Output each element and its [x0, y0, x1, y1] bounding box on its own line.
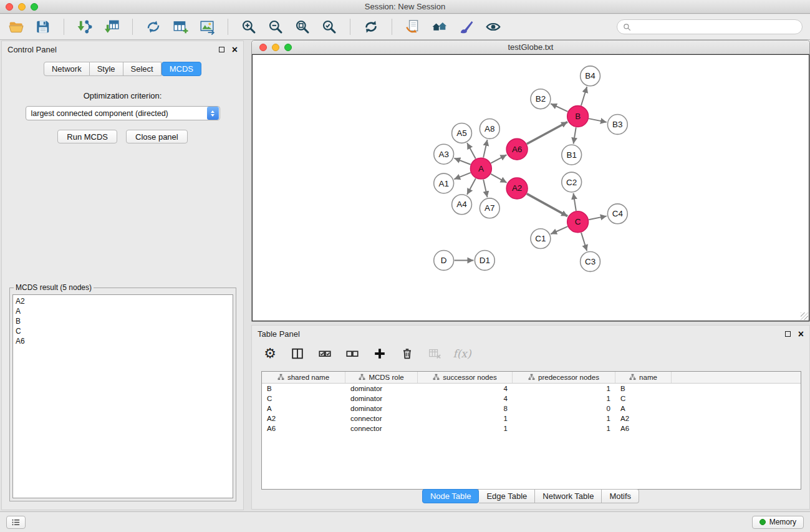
edge-C-C3[interactable] — [581, 233, 587, 251]
table-row[interactable]: A6connector11A6 — [262, 423, 801, 433]
export-image-icon[interactable] — [198, 18, 216, 36]
node-A2[interactable]: A2 — [506, 178, 528, 199]
table-row[interactable]: A2connector11A2 — [262, 414, 801, 423]
wand-icon[interactable] — [458, 18, 475, 36]
column-header-predecessor-nodes[interactable]: predecessor nodes — [513, 372, 615, 383]
column-header-successor-nodes[interactable]: successor nodes — [418, 372, 513, 383]
minimize-window-button[interactable] — [18, 3, 26, 11]
close-panel-button[interactable]: Close panel — [126, 130, 188, 143]
node-A7[interactable]: A7 — [480, 198, 499, 218]
mcds-result-list[interactable]: A2ABCA6 — [12, 294, 233, 498]
node-B2[interactable]: B2 — [531, 89, 551, 109]
table-row[interactable]: Adominator80A — [262, 404, 801, 414]
node-A1[interactable]: A1 — [434, 173, 454, 193]
column-header-MCDS-role[interactable]: MCDS role — [345, 372, 418, 383]
memory-button[interactable]: Memory — [752, 516, 804, 529]
close-window-button[interactable] — [6, 3, 13, 11]
edge-B-B4[interactable] — [581, 87, 587, 105]
node-C3[interactable]: C3 — [581, 252, 600, 272]
tab-network-table[interactable]: Network Table — [535, 489, 602, 503]
save-session-icon[interactable] — [34, 18, 52, 36]
node-C[interactable]: C — [567, 211, 589, 233]
zoom-out-icon[interactable] — [267, 18, 284, 36]
zoom-in-icon[interactable] — [240, 18, 258, 36]
node-A4[interactable]: A4 — [452, 195, 472, 215]
search-input[interactable] — [634, 22, 796, 31]
table-row[interactable]: Cdominator41C — [262, 394, 801, 404]
zoom-network-view-button[interactable] — [284, 44, 292, 51]
panel-menu-button[interactable] — [6, 516, 26, 529]
node-A8[interactable]: A8 — [480, 119, 499, 139]
node-B4[interactable]: B4 — [581, 66, 600, 86]
edge-A-A3[interactable] — [454, 158, 470, 165]
refresh-icon[interactable] — [362, 18, 380, 36]
edge-C-C1[interactable] — [551, 226, 567, 234]
add-row-icon[interactable] — [372, 346, 387, 361]
tab-select[interactable]: Select — [123, 62, 162, 76]
mcds-result-item[interactable]: A6 — [16, 336, 230, 346]
close-panel-icon[interactable]: × — [232, 45, 238, 55]
node-A6[interactable]: A6 — [506, 138, 528, 160]
edge-A-A6[interactable] — [491, 155, 506, 163]
edge-A2-C[interactable] — [527, 194, 567, 216]
import-table-icon[interactable] — [103, 18, 120, 36]
columns-icon[interactable] — [290, 346, 305, 361]
edge-B-B1[interactable] — [574, 127, 576, 143]
edge-A-A2[interactable] — [491, 174, 506, 183]
mcds-result-item[interactable]: C — [16, 326, 230, 336]
zoom-selected-icon[interactable] — [321, 18, 338, 36]
select-all-icon[interactable] — [317, 346, 332, 361]
edge-A-A4[interactable] — [467, 178, 476, 195]
column-header-shared-name[interactable]: shared name — [262, 372, 345, 383]
zoom-window-button[interactable] — [31, 3, 38, 11]
edge-A-A5[interactable] — [467, 143, 476, 158]
tab-node-table[interactable]: Node Table — [422, 489, 480, 503]
node-A3[interactable]: A3 — [434, 144, 454, 164]
tab-motifs[interactable]: Motifs — [602, 489, 639, 503]
float-table-panel-icon[interactable] — [785, 331, 791, 337]
criterion-dropdown[interactable]: largest connected component (directed) — [26, 106, 220, 120]
edge-B-B3[interactable] — [589, 118, 607, 122]
new-network-icon[interactable] — [145, 18, 162, 36]
edge-A-A8[interactable] — [483, 140, 487, 158]
table-row[interactable]: Bdominator41B — [262, 384, 801, 394]
node-A[interactable]: A — [470, 158, 491, 179]
zoom-fit-icon[interactable] — [294, 18, 311, 36]
tab-style[interactable]: Style — [90, 62, 123, 76]
function-builder-icon[interactable]: f(x) — [455, 346, 470, 361]
export-network-icon[interactable] — [404, 18, 422, 36]
node-D1[interactable]: D1 — [475, 251, 494, 271]
tab-edge-table[interactable]: Edge Table — [479, 489, 535, 503]
open-session-icon[interactable] — [7, 18, 25, 36]
node-C4[interactable]: C4 — [607, 204, 627, 224]
close-network-view-button[interactable] — [259, 44, 267, 51]
float-panel-icon[interactable] — [219, 47, 224, 52]
gear-icon[interactable]: ⚙ — [263, 346, 277, 361]
search-field[interactable] — [617, 19, 803, 34]
close-table-panel-icon[interactable]: × — [798, 329, 804, 339]
edge-B-B2[interactable] — [551, 104, 567, 112]
node-D[interactable]: D — [434, 251, 454, 271]
delete-table-icon[interactable] — [427, 346, 442, 361]
home-icon[interactable] — [431, 18, 448, 36]
eye-icon[interactable] — [485, 18, 502, 36]
mcds-result-item[interactable]: A — [16, 306, 230, 316]
run-mcds-button[interactable]: Run MCDS — [57, 130, 117, 143]
resize-grip-icon[interactable] — [801, 312, 808, 320]
edge-C-C4[interactable] — [589, 216, 607, 220]
node-B1[interactable]: B1 — [562, 145, 582, 165]
edge-A6-B[interactable] — [527, 122, 567, 143]
column-header-name[interactable]: name — [615, 372, 672, 383]
import-network-icon[interactable] — [76, 18, 94, 36]
node-A5[interactable]: A5 — [452, 123, 472, 143]
edge-A-A1[interactable] — [454, 173, 470, 180]
edge-C-C2[interactable] — [573, 193, 576, 211]
minimize-network-view-button[interactable] — [272, 44, 279, 51]
network-canvas[interactable]: B4B2BB3A8A5A6A3B1AC2A1A2A4A7C4CC1C3DD1 — [252, 54, 809, 321]
mcds-result-item[interactable]: B — [16, 316, 230, 326]
node-C2[interactable]: C2 — [562, 172, 582, 192]
delete-row-icon[interactable] — [400, 346, 415, 361]
tab-mcds[interactable]: MCDS — [162, 62, 201, 76]
mcds-result-item[interactable]: A2 — [16, 296, 230, 306]
deselect-all-icon[interactable] — [345, 346, 360, 361]
